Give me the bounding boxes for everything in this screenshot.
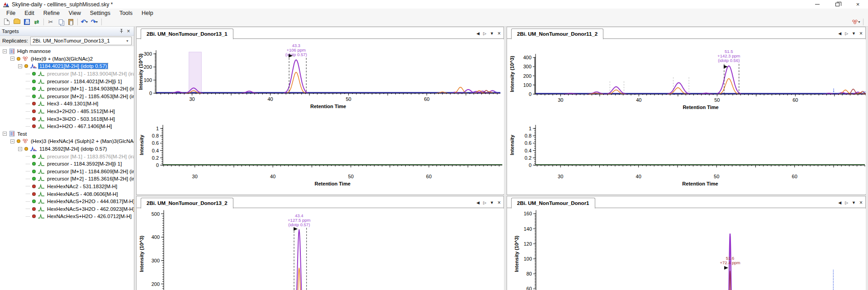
open-icon[interactable] — [12, 18, 21, 26]
redo-icon[interactable]: ↷▼ — [90, 18, 99, 26]
chromatogram-plot[interactable]: 51.5+142.3 ppm(idotp 0.56)01002003004003… — [508, 39, 866, 116]
scroll-left-icon[interactable]: ◀ — [476, 31, 479, 36]
menu-tools[interactable]: Tools — [115, 10, 137, 16]
intensity-subplot[interactable]: 00.20.40.60.8130405060Retention TimeInte… — [508, 116, 866, 194]
tree-item[interactable]: Hex3+3H2O - 503.1618[M-H] — [0, 115, 134, 123]
tree-item[interactable]: precursor [M+1] - 1184.8609[M-2H] (iran — [0, 168, 134, 176]
chevron-down-icon[interactable]: ▼ — [124, 38, 131, 44]
expander-icon[interactable]: − — [3, 49, 7, 53]
pane-menu-icon[interactable]: ▼ — [490, 200, 494, 205]
chromatogram-plot[interactable]: 51.6+72.4 ppm6080100120140160Intensity (… — [508, 209, 866, 290]
pane-menu-icon[interactable]: ▼ — [852, 200, 856, 205]
close-pane-icon[interactable]: × — [498, 200, 501, 206]
expander-icon[interactable]: − — [18, 64, 22, 68]
close-pane-icon[interactable]: × — [859, 200, 863, 206]
cut-icon[interactable]: ✂ — [46, 18, 55, 26]
tree-item[interactable]: precursor [M-1] - 1183.9004[M-2H] (iran — [0, 70, 134, 78]
menu-settings[interactable]: Settings — [85, 10, 115, 16]
chromatogram-plot[interactable]: 43.4+127.5 ppm(idotp 0.57)200300400500In… — [137, 209, 504, 290]
close-button[interactable]: × — [848, 0, 868, 9]
expander-icon[interactable]: − — [18, 147, 22, 151]
transition-icon — [38, 169, 45, 174]
undo-icon[interactable]: ↶▼ — [80, 18, 89, 26]
svg-text:0.2: 0.2 — [152, 155, 159, 161]
tree-item[interactable]: −(Hex)9 + (Man)3(GlcNAc)2 — [0, 55, 134, 63]
svg-text:0.4: 0.4 — [525, 148, 531, 153]
tree-item[interactable]: HexNAcHexS+H2O - 426.0712[M-H] — [0, 213, 134, 220]
replicates-dropdown[interactable]: 2Bi. UM_NonTumour_Donor13_1 ▼ — [30, 37, 132, 45]
tab-donor13-2[interactable]: 2Bi. UM_NonTumour_Donor13_2 — [141, 198, 233, 209]
tree-item[interactable]: −High mannose — [0, 48, 134, 55]
paste-icon[interactable] — [66, 18, 75, 26]
tree-item[interactable]: HexHexNAcS+2H2O - 444.0817[M-H] — [0, 198, 134, 205]
svg-text:50: 50 — [346, 96, 351, 102]
tree-item[interactable]: HexHexNAcS+3H2O - 462.0923[M-H] — [0, 205, 134, 213]
tab-donor13-1[interactable]: 2Bi. UM_NonTumour_Donor13_1 — [141, 29, 233, 39]
tree-item[interactable]: −Test — [0, 130, 134, 138]
tree-item-label: HexNAcHexS+H2O - 426.0712[M-H] — [46, 214, 133, 219]
status-dot-yellow — [24, 147, 28, 151]
transition-icon — [38, 94, 45, 99]
status-dot-green — [32, 170, 36, 173]
menu-edit[interactable]: Edit — [20, 10, 39, 16]
pane-menu-icon[interactable]: ▼ — [490, 31, 494, 36]
scroll-left-icon[interactable]: ◀ — [838, 200, 841, 205]
scroll-right-icon[interactable]: ▷ — [845, 200, 848, 205]
tree-item[interactable]: Hex3+H2O - 467.1406[M-H] — [0, 123, 134, 130]
expander-icon[interactable]: − — [10, 139, 14, 143]
tree-item[interactable]: Hex3+2H2O - 485.1512[M-H] — [0, 108, 134, 115]
molecule-settings-icon[interactable]: ▼ — [852, 18, 861, 26]
scroll-left-icon[interactable]: ◀ — [838, 31, 841, 36]
expander-icon[interactable]: − — [3, 132, 7, 136]
restore-button[interactable] — [827, 0, 848, 9]
scroll-right-icon[interactable]: ▷ — [483, 200, 486, 205]
new-document-icon[interactable] — [2, 18, 11, 26]
pane-menu-icon[interactable]: ▼ — [852, 31, 856, 36]
tool-bar: ⇄ ✂ ↶▼ ↷▼ ▼ — [0, 17, 868, 27]
expander-icon[interactable]: − — [10, 57, 14, 61]
tree-guide — [26, 171, 30, 171]
close-pane-icon[interactable]: × — [498, 30, 501, 37]
tree-item[interactable]: precursor [M-1] - 1183.8576[M-2H] (iran — [0, 152, 134, 160]
tree-item[interactable]: HexHexNAc2 - 531.1832[M-H] — [0, 183, 134, 190]
tree-item[interactable]: −(Hex)3 (HexNAc)4 (Sulph)2 + (Man)3(GlcN… — [0, 138, 134, 145]
intensity-subplot[interactable]: 00.20.40.60.8130405060Retention TimeInte… — [137, 116, 504, 194]
menu-file[interactable]: File — [2, 10, 20, 16]
menu-refine[interactable]: Refine — [39, 10, 64, 16]
close-panel-icon[interactable]: × — [125, 28, 132, 34]
tree-item[interactable]: precursor [M+2] - 1185.4053[M-2H] (iran — [0, 93, 134, 100]
tree-item[interactable]: −1184.4021[M-2H] (idotp 0.57) — [0, 62, 134, 70]
minimize-button[interactable] — [807, 0, 827, 9]
tab-donor11-2[interactable]: 2Bi. UM_NonTumour_Donor11_2 — [511, 29, 603, 39]
svg-text:Intensity: Intensity — [139, 134, 144, 155]
svg-text:Retention Time: Retention Time — [310, 104, 346, 109]
menu-help[interactable]: Help — [137, 10, 158, 16]
scroll-left-icon[interactable]: ◀ — [476, 200, 479, 205]
svg-text:+72.4 ppm: +72.4 ppm — [720, 260, 740, 265]
svg-text:1: 1 — [529, 126, 531, 131]
tree-item[interactable]: HexHexNAcS - 408.0606[M-H] — [0, 190, 134, 198]
share-document-icon[interactable]: ⇄ — [32, 18, 41, 26]
svg-text:Intensity (10^3): Intensity (10^3) — [139, 235, 144, 272]
tree-item[interactable]: Hex3 - 449.1301[M-H] — [0, 100, 134, 108]
scroll-right-icon[interactable]: ▷ — [483, 31, 486, 36]
tab-donor1[interactable]: 2Bi. UM_NonTumour_Donor1 — [511, 198, 595, 209]
save-icon[interactable] — [22, 18, 31, 26]
tree-item[interactable]: precursor - 1184.3592[M-2H][i 1] — [0, 160, 134, 168]
chromatogram-plot[interactable]: 43.3+106 ppm(idotp 0.57)0100200300304050… — [137, 39, 504, 116]
pin-icon[interactable] — [118, 28, 125, 34]
svg-text:0.8: 0.8 — [525, 133, 531, 138]
tree-item[interactable]: precursor - 1184.4021[M-2H][i 1] — [0, 77, 134, 85]
menu-view[interactable]: View — [64, 10, 85, 16]
svg-text:40: 40 — [636, 174, 641, 179]
close-pane-icon[interactable]: × — [859, 30, 863, 37]
tree-item[interactable]: −1184.3592[M-2H] (idotp 0.57) — [0, 145, 134, 153]
tree-item[interactable]: precursor [M+1] - 1184.9038[M-2H] (iran — [0, 85, 134, 93]
tree-item[interactable]: precursor [M+2] - 1185.3616[M-2H] (iran — [0, 175, 134, 183]
status-dot-green — [32, 95, 36, 98]
scroll-right-icon[interactable]: ▷ — [845, 31, 848, 36]
transition-icon — [38, 109, 45, 114]
svg-text:(idotp 0.57): (idotp 0.57) — [288, 222, 310, 227]
transition-icon — [38, 199, 45, 204]
copy-icon[interactable] — [56, 18, 65, 26]
